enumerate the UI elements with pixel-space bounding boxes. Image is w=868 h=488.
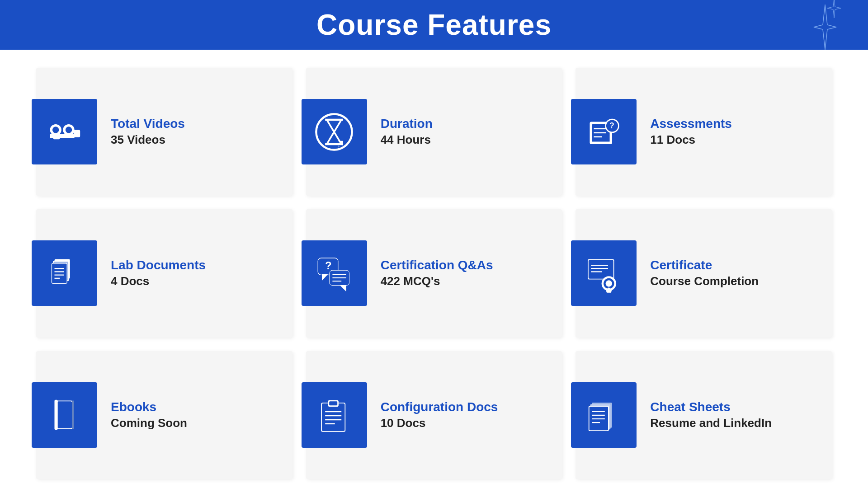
certificate-label: Certificate bbox=[650, 258, 759, 272]
svg-point-43 bbox=[605, 280, 613, 287]
ebooks-icon-box bbox=[32, 382, 97, 448]
duration-text: Duration44 Hours bbox=[381, 117, 433, 147]
ebooks-value: Coming Soon bbox=[111, 416, 187, 430]
total-videos-icon-box bbox=[32, 99, 97, 164]
feature-card-duration: ↓ Duration44 Hours bbox=[306, 68, 562, 196]
certificate-value: Course Completion bbox=[650, 274, 759, 288]
cheat-sheets-icon-box bbox=[571, 382, 637, 448]
certificate-text: CertificateCourse Completion bbox=[650, 258, 759, 288]
duration-icon-box: ↓ bbox=[302, 99, 367, 164]
certification-qas-value: 422 MCQ's bbox=[381, 274, 493, 288]
svg-rect-5 bbox=[73, 130, 80, 137]
cheat-sheets-label: Cheat Sheets bbox=[650, 400, 772, 414]
certification-qas-icon-box: ? bbox=[302, 240, 367, 306]
configuration-docs-value: 10 Docs bbox=[381, 416, 498, 430]
svg-rect-46 bbox=[57, 402, 71, 428]
feature-card-cheat-sheets: Cheat SheetsResume and LinkedIn bbox=[576, 351, 832, 479]
ebooks-text: EbooksComing Soon bbox=[111, 400, 187, 430]
assessments-value: 11 Docs bbox=[650, 133, 732, 147]
configuration-docs-icon-box bbox=[302, 382, 367, 448]
page-header: Course Features bbox=[0, 0, 868, 50]
cheat-sheets-text: Cheat SheetsResume and LinkedIn bbox=[650, 400, 772, 430]
svg-rect-21 bbox=[52, 263, 66, 283]
total-videos-label: Total Videos bbox=[111, 117, 185, 131]
lab-documents-value: 4 Docs bbox=[111, 274, 206, 288]
svg-rect-51 bbox=[322, 404, 344, 431]
lab-documents-label: Lab Documents bbox=[111, 258, 206, 272]
assessments-text: Assessments11 Docs bbox=[650, 117, 732, 147]
lab-documents-text: Lab Documents4 Docs bbox=[111, 258, 206, 288]
svg-text:↓: ↓ bbox=[337, 142, 340, 149]
svg-marker-29 bbox=[322, 274, 328, 281]
page-title: Course Features bbox=[316, 8, 552, 42]
feature-card-assessments: ? Assessments11 Docs bbox=[576, 68, 832, 196]
configuration-docs-label: Configuration Docs bbox=[381, 400, 498, 414]
lab-documents-icon-box bbox=[32, 240, 97, 306]
feature-card-total-videos: Total Videos35 Videos bbox=[36, 68, 292, 196]
feature-card-ebooks: EbooksComing Soon bbox=[36, 351, 292, 479]
duration-value: 44 Hours bbox=[381, 133, 433, 147]
svg-rect-53 bbox=[329, 402, 337, 406]
svg-rect-48 bbox=[54, 400, 57, 430]
assessments-label: Assessments bbox=[650, 117, 732, 131]
svg-point-1 bbox=[52, 127, 59, 133]
features-grid: Total Videos35 Videos ↓ Duration44 Hours… bbox=[0, 50, 868, 488]
duration-label: Duration bbox=[381, 117, 433, 131]
svg-marker-35 bbox=[340, 286, 347, 292]
svg-rect-6 bbox=[53, 136, 59, 139]
cheat-sheets-value: Resume and LinkedIn bbox=[650, 416, 772, 430]
svg-rect-37 bbox=[589, 260, 613, 278]
total-videos-text: Total Videos35 Videos bbox=[111, 117, 185, 147]
total-videos-value: 35 Videos bbox=[111, 133, 185, 147]
feature-card-certificate: CertificateCourse Completion bbox=[576, 209, 832, 337]
svg-rect-49 bbox=[72, 401, 74, 429]
certification-qas-text: Certification Q&As422 MCQ's bbox=[381, 258, 493, 288]
configuration-docs-text: Configuration Docs10 Docs bbox=[381, 400, 498, 430]
svg-text:?: ? bbox=[325, 260, 331, 272]
feature-card-certification-qas: ? Certification Q&As422 MCQ's bbox=[306, 209, 562, 337]
feature-card-configuration-docs: Configuration Docs10 Docs bbox=[306, 351, 562, 479]
star-decoration-icon bbox=[778, 0, 841, 59]
assessments-icon-box: ? bbox=[571, 99, 637, 164]
feature-card-lab-documents: Lab Documents4 Docs bbox=[36, 209, 292, 337]
certification-qas-label: Certification Q&As bbox=[381, 258, 493, 272]
svg-text:?: ? bbox=[609, 121, 614, 130]
svg-point-3 bbox=[65, 127, 71, 133]
ebooks-label: Ebooks bbox=[111, 400, 187, 414]
certificate-icon-box bbox=[571, 240, 637, 306]
